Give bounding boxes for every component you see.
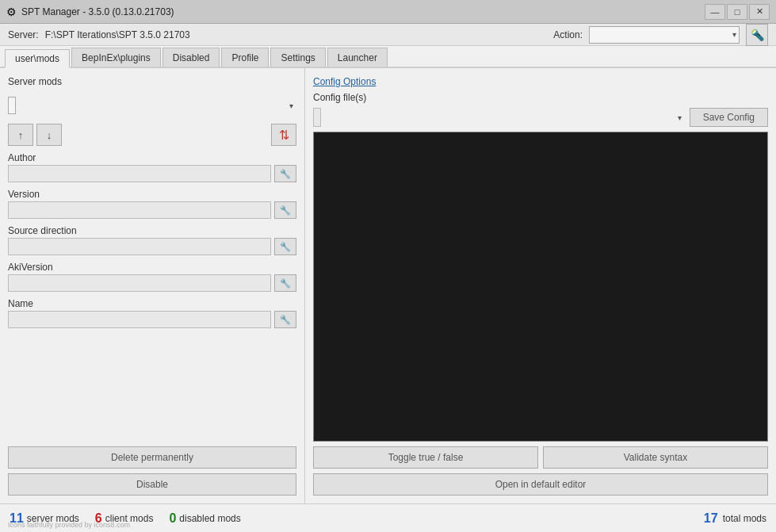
validate-label: Validate syntax (624, 452, 688, 463)
version-wrench-button[interactable]: 🔧 (274, 201, 296, 219)
mod-dropdown-row (8, 97, 296, 114)
maximize-button[interactable]: □ (727, 4, 747, 20)
down-arrow-icon: ↓ (47, 129, 52, 141)
title-bar-left: ⚙ SPT Manager - 3.5.0 (0.13.0.21703) (6, 6, 174, 18)
name-input[interactable] (8, 311, 271, 328)
source-direction-field-row: 🔧 (8, 238, 296, 255)
app-title: SPT Manager - 3.5.0 (0.13.0.21703) (21, 6, 174, 17)
down-button[interactable]: ↓ (36, 124, 62, 146)
server-bar: Server: F:\SPT Iterations\SPT 3.5.0 2170… (0, 24, 776, 46)
action-label: Action: (553, 29, 583, 40)
config-options-label[interactable]: Config Options (313, 76, 376, 87)
right-panel: Config Options Config file(s) Save Confi… (305, 68, 776, 503)
bottom-action-row: Toggle true / false Validate syntax (313, 446, 768, 469)
minimize-button[interactable]: — (705, 4, 725, 20)
wrench-icon-version: 🔧 (280, 205, 291, 216)
action-dropdown[interactable] (589, 26, 740, 44)
author-label: Author (8, 152, 296, 163)
open-default-button[interactable]: Open in default editor (313, 473, 768, 496)
sort-icon: ⇅ (279, 128, 289, 143)
main-content: Server mods ↑ ↓ ⇅ Author (0, 68, 776, 503)
tab-settings[interactable]: Settings (270, 48, 325, 67)
name-field-group: Name 🔧 (8, 298, 296, 328)
action-dropdown-wrapper (589, 26, 740, 44)
total-mods-count: 17 (704, 511, 718, 526)
config-file-dropdown-wrapper (313, 108, 685, 127)
wrench-icon-author: 🔧 (280, 169, 291, 179)
app-icon: ⚙ (6, 6, 17, 18)
title-bar: ⚙ SPT Manager - 3.5.0 (0.13.0.21703) — □… (0, 0, 776, 24)
disable-button[interactable]: Disable (8, 473, 296, 496)
akiversion-wrench-button[interactable]: 🔧 (274, 274, 296, 292)
status-bar: 11 server mods 6 client mods 0 disabled … (0, 503, 776, 532)
delete-permanently-button[interactable]: Delete permanently (8, 446, 296, 469)
version-field-row: 🔧 (8, 201, 296, 219)
left-panel: Server mods ↑ ↓ ⇅ Author (0, 68, 305, 503)
name-wrench-button[interactable]: 🔧 (274, 311, 296, 328)
source-direction-input[interactable] (8, 238, 271, 255)
config-editor[interactable] (313, 132, 768, 442)
icons-credit: Icons faithfully provided by icons8.com (8, 521, 130, 529)
config-files-label: Config file(s) (313, 92, 768, 103)
total-mods-stat: 17 total mods (704, 511, 766, 526)
validate-syntax-button[interactable]: Validate syntax (543, 446, 768, 469)
mod-dropdown-wrapper (8, 97, 296, 114)
tab-bepinex[interactable]: BepInEx\plugins (71, 48, 161, 67)
config-options-title: Config Options (313, 76, 768, 87)
tab-user-mods[interactable]: user\mods (5, 49, 70, 68)
wrench-icon-name: 🔧 (280, 315, 291, 325)
save-config-button[interactable]: Save Config (690, 108, 768, 127)
tab-launcher[interactable]: Launcher (327, 48, 388, 67)
sort-button[interactable]: ⇅ (271, 124, 296, 146)
disabled-mods-stat: 0 disabled mods (169, 511, 240, 526)
source-direction-field-group: Source direction 🔧 (8, 225, 296, 255)
akiversion-field-row: 🔧 (8, 274, 296, 292)
version-input[interactable] (8, 201, 271, 219)
server-mods-title: Server mods (8, 76, 296, 87)
up-button[interactable]: ↑ (8, 124, 33, 146)
akiversion-field-group: AkiVersion 🔧 (8, 262, 296, 292)
source-direction-wrench-button[interactable]: 🔧 (274, 238, 296, 255)
open-default-label: Open in default editor (495, 479, 587, 490)
tab-bar: user\mods BepInEx\plugins Disabled Profi… (0, 46, 776, 68)
toggle-label: Toggle true / false (388, 452, 464, 463)
save-config-label: Save Config (703, 112, 755, 123)
tab-disabled[interactable]: Disabled (162, 48, 220, 67)
up-arrow-icon: ↑ (18, 129, 24, 141)
bottom-action-row-2: Open in default editor (313, 473, 768, 496)
disabled-mods-stat-label: disabled mods (179, 513, 240, 524)
delete-permanently-label: Delete permanently (111, 452, 193, 463)
bottom-buttons: Delete permanently Disable (8, 446, 296, 496)
total-mods-label: total mods (723, 513, 766, 524)
server-label: Server: (8, 29, 39, 40)
toggle-button[interactable]: Toggle true / false (313, 446, 538, 469)
akiversion-label: AkiVersion (8, 262, 296, 273)
author-wrench-button[interactable]: 🔧 (274, 165, 296, 182)
close-button[interactable]: ✕ (749, 4, 770, 20)
source-direction-label: Source direction (8, 225, 296, 236)
version-label: Version (8, 189, 296, 200)
arrow-button-row: ↑ ↓ ⇅ (8, 124, 296, 146)
config-file-row: Save Config (313, 108, 768, 127)
name-field-row: 🔧 (8, 311, 296, 328)
author-input[interactable] (8, 165, 271, 182)
server-path: F:\SPT Iterations\SPT 3.5.0 21703 (45, 29, 190, 40)
disabled-mods-count: 0 (169, 511, 176, 526)
author-field-row: 🔧 (8, 165, 296, 182)
window-controls: — □ ✕ (705, 4, 770, 20)
server-bar-right: Action: 🔦 (553, 24, 768, 46)
version-field-group: Version 🔧 (8, 189, 296, 219)
mod-select[interactable] (8, 97, 16, 114)
config-file-select[interactable] (313, 108, 321, 127)
akiversion-input[interactable] (8, 274, 271, 292)
flashlight-icon: 🔦 (751, 29, 764, 41)
wrench-icon-source: 🔧 (280, 242, 291, 252)
author-field-group: Author 🔧 (8, 152, 296, 182)
wrench-icon-aki: 🔧 (280, 278, 291, 289)
tab-profile[interactable]: Profile (221, 48, 269, 67)
flashlight-button[interactable]: 🔦 (746, 24, 768, 46)
disable-label: Disable (136, 479, 168, 490)
name-label: Name (8, 298, 296, 309)
